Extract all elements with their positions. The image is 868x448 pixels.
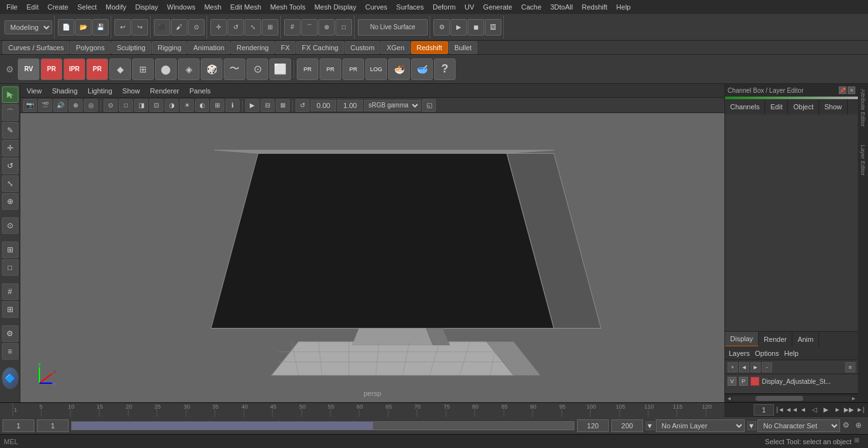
- scale-tool-btn[interactable]: ⤡: [2, 175, 18, 192]
- shelf-icon-cube[interactable]: 🎲: [201, 58, 222, 80]
- go-start-btn[interactable]: |◄: [775, 405, 785, 415]
- menu-mesh[interactable]: Mesh: [200, 2, 225, 12]
- move-tool-btn[interactable]: ✛: [2, 140, 18, 156]
- shelf-icon-pr5[interactable]: PR: [342, 58, 364, 80]
- layer-playback-btn[interactable]: P: [739, 377, 748, 386]
- shelf-icon-pr1[interactable]: PR: [41, 58, 62, 80]
- scrollbar-thumb[interactable]: [756, 396, 803, 401]
- select-tool-btn[interactable]: [2, 86, 18, 103]
- play-forward-btn[interactable]: ▶: [821, 405, 831, 415]
- tab-show[interactable]: Show: [819, 99, 848, 114]
- cmd-expand-btn[interactable]: ⊞: [854, 437, 864, 447]
- layer-visibility-btn[interactable]: V: [728, 377, 736, 386]
- vp-hud-btn[interactable]: ℹ: [226, 99, 240, 112]
- range-end-field[interactable]: [577, 419, 609, 432]
- paint-select-btn[interactable]: 🖌: [171, 19, 187, 36]
- menu-create[interactable]: Create: [44, 2, 72, 12]
- snap-curve-btn[interactable]: ⌒: [301, 19, 318, 36]
- attr-editor-edge-tab[interactable]: Attribute Editor: [858, 86, 867, 130]
- prev-frame-btn[interactable]: ◄: [798, 405, 808, 415]
- viewport-menu-panels[interactable]: Panels: [187, 86, 214, 95]
- menu-curves[interactable]: Curves: [362, 2, 391, 12]
- vp-grid-btn2[interactable]: ⊞: [210, 99, 224, 112]
- soft-select-btn[interactable]: ⊙: [2, 217, 18, 234]
- prev-key-btn[interactable]: ◄◄: [787, 405, 797, 415]
- viewport-menu-shading[interactable]: Shading: [50, 86, 80, 95]
- mode-custom[interactable]: Custom: [345, 41, 381, 54]
- snap-point-btn[interactable]: ⊕: [318, 19, 335, 36]
- snap-to-grid-btn2[interactable]: #: [2, 283, 18, 300]
- shelf-settings-icon[interactable]: ⚙: [3, 62, 17, 76]
- new-file-btn[interactable]: 📄: [58, 19, 74, 36]
- cmd-input-field[interactable]: [29, 435, 760, 448]
- menu-3dtoall[interactable]: 3DtoAll: [546, 2, 576, 12]
- tab-edit[interactable]: Edit: [765, 99, 788, 114]
- snap-grid-btn[interactable]: #: [284, 19, 301, 36]
- play-back-btn[interactable]: ◁: [810, 405, 820, 415]
- menu-redshift[interactable]: Redshift: [578, 2, 611, 12]
- layer-row-display[interactable]: V P Display_Adjustable_St...: [725, 374, 858, 388]
- menu-windows[interactable]: Windows: [163, 2, 200, 12]
- anim-layer-select[interactable]: No Anim Layer: [656, 419, 745, 432]
- viewport-menu-show[interactable]: Show: [120, 86, 143, 95]
- mode-polygons[interactable]: Polygons: [70, 41, 110, 54]
- attr-editor-btn[interactable]: ⚙: [2, 325, 18, 342]
- shelf-icon-ipr[interactable]: IPR: [64, 58, 85, 80]
- vp-frame2-btn[interactable]: ⊠: [276, 99, 290, 112]
- shelf-icon-question[interactable]: ?: [434, 58, 456, 80]
- layer-menu-btn[interactable]: ≡: [845, 362, 855, 372]
- universal-manip-btn[interactable]: ⊞: [262, 19, 278, 36]
- viewport-menu-lighting[interactable]: Lighting: [85, 86, 115, 95]
- scale-btn[interactable]: ⤡: [245, 19, 261, 36]
- vp-resolve-btn[interactable]: ◎: [84, 99, 98, 112]
- render-settings-btn[interactable]: ⚙: [433, 19, 450, 36]
- range-end2-field[interactable]: [611, 419, 643, 432]
- menu-file[interactable]: File: [3, 2, 22, 12]
- next-frame-btn[interactable]: ►: [832, 405, 843, 415]
- shelf-icon-bowl2[interactable]: 🥣: [411, 58, 433, 80]
- universal-tool-btn[interactable]: ⊕: [2, 193, 18, 210]
- outliner-btn[interactable]: ≡: [2, 343, 18, 360]
- paint-tool-btn[interactable]: ✎: [2, 122, 18, 139]
- gamma-mode-select[interactable]: sRGB gamma: [364, 100, 421, 111]
- shelf-icon-bowl[interactable]: 🍜: [388, 58, 410, 80]
- render-btn[interactable]: ▶: [451, 19, 467, 36]
- shelf-icon-pr2[interactable]: PR: [86, 58, 108, 80]
- open-file-btn[interactable]: 📂: [75, 19, 92, 36]
- vp-isolate-btn[interactable]: ⊙: [104, 99, 118, 112]
- vp-shadow-btn[interactable]: ◐: [195, 99, 209, 112]
- rotate-tool-btn[interactable]: ↺: [2, 158, 18, 174]
- scrollbar-track[interactable]: [732, 396, 851, 401]
- playback-range-bar[interactable]: [71, 421, 574, 430]
- shelf-icon-grid[interactable]: ⊞: [132, 58, 154, 80]
- vp-light-btn[interactable]: ☀: [180, 99, 194, 112]
- show-render-btn[interactable]: 🖼: [485, 19, 501, 36]
- move-btn[interactable]: ✛: [210, 19, 227, 36]
- menu-uv[interactable]: UV: [461, 2, 478, 12]
- mode-fx-caching[interactable]: FX Caching: [296, 41, 344, 54]
- ipr-btn[interactable]: ◼: [468, 19, 484, 36]
- mode-fx[interactable]: FX: [275, 41, 295, 54]
- shelf-icon-pr6[interactable]: LOG: [365, 58, 387, 80]
- mode-rendering[interactable]: Rendering: [231, 41, 275, 54]
- menu-generate[interactable]: Generate: [479, 2, 516, 12]
- anim-layer-dropdown-btn[interactable]: ▼: [646, 421, 654, 430]
- layer-color-swatch[interactable]: [750, 377, 759, 386]
- tab-anim[interactable]: Anim: [792, 332, 819, 347]
- shelf-icon-rv[interactable]: RV: [18, 58, 39, 80]
- vp-snap-btn[interactable]: ⊕: [69, 99, 83, 112]
- tab-display[interactable]: Display: [725, 332, 759, 347]
- snap-combine-btn[interactable]: ⊞: [2, 301, 18, 318]
- hypershade-btn[interactable]: 🔷: [2, 367, 18, 389]
- next-key-btn[interactable]: ▶▶: [844, 405, 854, 415]
- vp-frame-btn[interactable]: ⊟: [261, 99, 275, 112]
- menu-deform[interactable]: Deform: [429, 2, 459, 12]
- options-label[interactable]: Options: [755, 350, 779, 357]
- vp-wireframe-btn[interactable]: □: [119, 99, 133, 112]
- time-ruler[interactable]: 1 5 10 15 20 25 30 35 40 45 50: [0, 403, 724, 417]
- lasso-btn[interactable]: ⊙: [188, 19, 205, 36]
- save-file-btn[interactable]: 💾: [92, 19, 109, 36]
- current-frame-field[interactable]: [754, 404, 774, 416]
- range-start-field[interactable]: [3, 419, 34, 432]
- gamma-field[interactable]: [337, 100, 363, 111]
